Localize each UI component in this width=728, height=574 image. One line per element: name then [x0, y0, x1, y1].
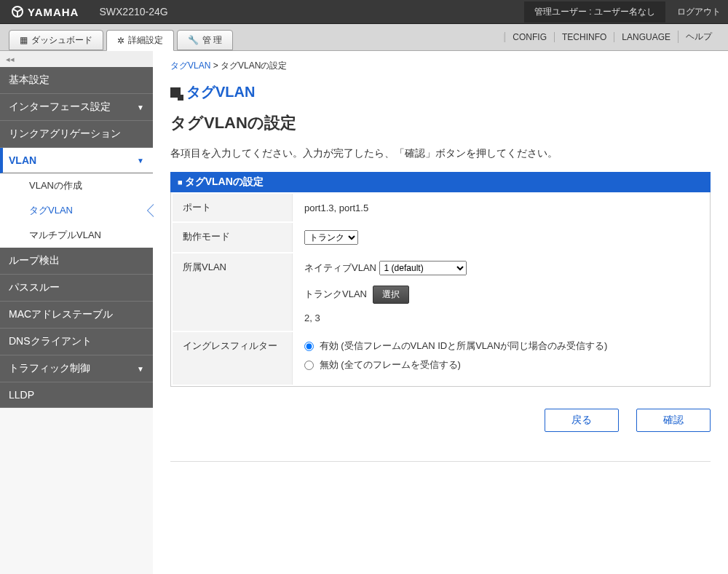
grid-icon: ▦ [20, 35, 28, 45]
admin-user-label: 管理ユーザー : ユーザー名なし [524, 1, 665, 23]
mode-select[interactable]: トランク [304, 230, 358, 245]
native-vlan-select[interactable]: 1 (default) [379, 261, 467, 275]
tab-bar: ▦ ダッシュボード ✲ 詳細設定 🔧 管 理 | CONFIG TECHINFO… [0, 24, 728, 51]
ingress-disable-radio[interactable] [304, 361, 314, 370]
logout-link[interactable]: ログアウト [677, 6, 721, 18]
settings-form-table: ポート port1.3, port1.5 動作モード トランク 所属VLAN ネ… [170, 192, 711, 387]
content-divider [170, 461, 711, 462]
sidebar-vlan-sublist: VLANの作成 タグVLAN マルチプルVLAN [0, 173, 153, 248]
breadcrumb-parent[interactable]: タグVLAN [170, 60, 210, 71]
sidebar-item-loop[interactable]: ループ検出 [0, 248, 153, 275]
sidebar-item-traffic[interactable]: トラフィック制御▼ [0, 355, 153, 382]
sidebar-sub-vlan-create[interactable]: VLANの作成 [0, 173, 153, 198]
header-right: 管理ユーザー : ユーザー名なし ログアウト [524, 1, 721, 23]
util-config[interactable]: CONFIG [505, 32, 554, 42]
ingress-enable-option[interactable]: 有効 (受信フレームのVLAN IDと所属VLANが同じ場合のみ受信する) [304, 340, 607, 351]
page-title: タグVLAN [186, 82, 255, 102]
confirm-button[interactable]: 確認 [636, 409, 711, 432]
yamaha-tuning-forks-icon [12, 6, 23, 17]
sidebar-item-mac[interactable]: MACアドレステーブル [0, 302, 153, 329]
chevron-down-icon: ▼ [137, 103, 144, 111]
tab-detail-label: 詳細設定 [128, 34, 163, 47]
page-title-row: タグVLAN [170, 82, 711, 102]
sidebar-sub-vlan-tag[interactable]: タグVLAN [0, 198, 153, 223]
sidebar-sub-vlan-multi[interactable]: マルチプルVLAN [0, 223, 153, 248]
util-language[interactable]: LANGUAGE [614, 32, 678, 42]
content-area: タグVLAN > タグVLANの設定 タグVLAN タグVLANの設定 各項目を… [153, 51, 728, 574]
instruction-text: 各項目を入力してください。入力が完了したら、「確認」ボタンを押してください。 [170, 147, 711, 160]
util-techinfo[interactable]: TECHINFO [554, 32, 614, 42]
chevron-down-icon: ▼ [137, 365, 144, 373]
sidebar-item-linkagg[interactable]: リンクアグリゲーション [0, 121, 153, 148]
trunk-vlan-label: トランクVLAN [304, 288, 370, 301]
sidebar-collapse-handle[interactable]: ◂◂ [0, 51, 153, 67]
tab-detail-settings[interactable]: ✲ 詳細設定 [106, 30, 174, 51]
breadcrumb-current: タグVLANの設定 [221, 60, 287, 71]
chevron-down-icon: ▼ [137, 157, 144, 165]
native-vlan-label: ネイティブVLAN [304, 262, 376, 275]
ingress-filter-label: イングレスフィルター [173, 332, 293, 385]
sidebar-item-vlan[interactable]: VLAN▼ [0, 148, 153, 173]
breadcrumb: タグVLAN > タグVLANの設定 [170, 60, 711, 72]
tab-manage-label: 管 理 [202, 34, 222, 47]
trunk-vlan-values: 2, 3 [304, 312, 698, 323]
port-value: port1.3, port1.5 [294, 194, 708, 221]
tab-manage[interactable]: 🔧 管 理 [177, 30, 233, 50]
sidebar-item-basic[interactable]: 基本設定 [0, 67, 153, 94]
sidebar-item-interface[interactable]: インターフェース設定▼ [0, 94, 153, 121]
sidebar-item-lldp[interactable]: LLDP [0, 382, 153, 408]
sidebar: ◂◂ 基本設定 インターフェース設定▼ リンクアグリゲーション VLAN▼ VL… [0, 51, 153, 574]
back-button[interactable]: 戻る [545, 409, 619, 432]
brand-text: YAMAHA [28, 6, 79, 18]
section-heading: タグVLANの設定 [170, 112, 711, 134]
mode-label: 動作モード [173, 223, 293, 252]
sidebar-item-dns[interactable]: DNSクライアント [0, 329, 153, 355]
tab-dashboard[interactable]: ▦ ダッシュボード [9, 30, 103, 50]
wrench-icon: 🔧 [188, 35, 199, 45]
tab-dashboard-label: ダッシュボード [31, 34, 92, 47]
sidebar-item-passthrough[interactable]: パススルー [0, 275, 153, 302]
ingress-enable-radio[interactable] [304, 342, 314, 351]
belong-vlan-label: 所属VLAN [173, 253, 293, 331]
brand-logo: YAMAHA [12, 6, 79, 18]
trunk-vlan-select-button[interactable]: 選択 [373, 286, 409, 304]
top-header: YAMAHA SWX2210-24G 管理ユーザー : ユーザー名なし ログアウ… [0, 0, 728, 24]
port-label: ポート [173, 194, 293, 221]
ingress-disable-option[interactable]: 無効 (全てのフレームを受信する) [304, 359, 461, 370]
main-layout: ◂◂ 基本設定 インターフェース設定▼ リンクアグリゲーション VLAN▼ VL… [0, 51, 728, 574]
section-block-icon [170, 87, 181, 98]
util-links: | CONFIG TECHINFO LANGUAGE ヘルプ [495, 23, 719, 50]
panel-header: タグVLANの設定 [170, 172, 711, 192]
gear-icon: ✲ [117, 36, 124, 46]
device-name: SWX2210-24G [99, 6, 167, 17]
util-help[interactable]: ヘルプ [678, 31, 719, 43]
action-row: 戻る 確認 [170, 409, 711, 447]
